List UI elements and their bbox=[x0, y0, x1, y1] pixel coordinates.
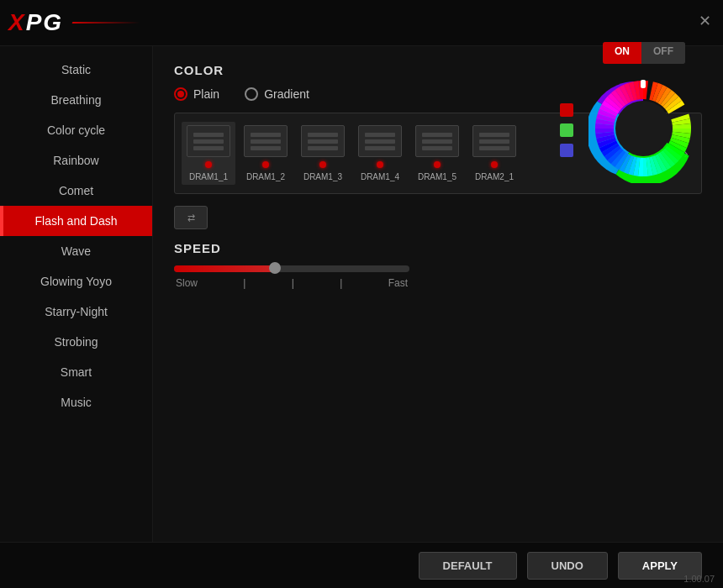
logo-decoration bbox=[72, 22, 140, 24]
dram-label-5: DRAM1_5 bbox=[418, 172, 456, 181]
dram-module-1[interactable]: DRAM1_1 bbox=[182, 122, 235, 185]
default-button[interactable]: DEFAULT bbox=[419, 552, 517, 580]
logo-text: XPG bbox=[8, 9, 63, 36]
svg-point-1 bbox=[615, 101, 671, 156]
color-wheel-wrapper bbox=[560, 74, 698, 186]
speed-fast-label: Fast bbox=[388, 277, 408, 289]
color-swatch-red[interactable] bbox=[560, 103, 573, 117]
sidebar-item-flash-and-dash[interactable]: Flash and Dash bbox=[0, 206, 152, 236]
sidebar-item-breathing[interactable]: Breathing bbox=[0, 85, 152, 115]
speed-tick3: | bbox=[340, 277, 342, 289]
dram-led-6 bbox=[491, 161, 498, 168]
dram-module-2[interactable]: DRAM1_2 bbox=[239, 122, 293, 185]
speed-tick1: | bbox=[243, 277, 245, 289]
dram-chip-6 bbox=[472, 125, 516, 157]
speed-slider-container: Slow | | | Fast bbox=[174, 265, 702, 289]
bottom-bar: DEFAULT UNDO APPLY bbox=[0, 542, 723, 588]
speed-track[interactable] bbox=[174, 265, 409, 272]
dram-module-4[interactable]: DRAM1_4 bbox=[353, 122, 407, 185]
toggle-on-button[interactable]: ON bbox=[603, 42, 641, 64]
dram-chip-5 bbox=[415, 125, 459, 157]
dram-chip-2 bbox=[244, 125, 288, 157]
speed-thumb[interactable] bbox=[269, 262, 281, 274]
speed-fill bbox=[174, 265, 275, 272]
dram-led-5 bbox=[434, 161, 441, 168]
color-wheel-container bbox=[560, 74, 698, 186]
speed-labels: Slow | | | Fast bbox=[174, 277, 409, 289]
power-toggle[interactable]: ON OFF bbox=[603, 42, 685, 64]
plain-label: Plain bbox=[193, 87, 219, 101]
dram-label-2: DRAM1_2 bbox=[246, 172, 285, 181]
speed-tick2: | bbox=[292, 277, 294, 289]
dram-led-3 bbox=[319, 161, 326, 168]
gradient-radio-circle bbox=[245, 87, 258, 101]
sidebar-item-rainbow[interactable]: Rainbow bbox=[0, 145, 152, 176]
undo-button[interactable]: UNDO bbox=[527, 552, 608, 580]
color-swatch-green[interactable] bbox=[560, 123, 573, 137]
dram-label-1: DRAM1_1 bbox=[189, 172, 228, 181]
dram-label-4: DRAM1_4 bbox=[361, 172, 399, 181]
sidebar: StaticBreathingColor cycleRainbowCometFl… bbox=[0, 46, 153, 580]
dram-chip-3 bbox=[301, 125, 345, 157]
sidebar-item-glowing-yoyo[interactable]: Glowing Yoyo bbox=[0, 266, 152, 297]
sidebar-item-comet[interactable]: Comet bbox=[0, 176, 152, 206]
speed-section: SPEED Slow | | | Fast bbox=[174, 241, 702, 289]
main-layout: StaticBreathingColor cycleRainbowCometFl… bbox=[0, 46, 723, 580]
sync-button[interactable]: ⇄ bbox=[174, 206, 208, 229]
dram-label-6: DRAM2_1 bbox=[475, 172, 514, 181]
svg-rect-2 bbox=[641, 80, 646, 88]
dram-chip-4 bbox=[358, 125, 402, 157]
dram-led-2 bbox=[262, 161, 269, 168]
dram-chip-1 bbox=[187, 125, 230, 157]
dram-module-6[interactable]: DRAM2_1 bbox=[467, 122, 521, 185]
dram-label-3: DRAM1_3 bbox=[303, 172, 342, 181]
plain-radio-circle bbox=[174, 87, 187, 101]
titlebar: XPG ✕ bbox=[0, 0, 723, 46]
version-text: 1.00.07 bbox=[683, 574, 715, 584]
sidebar-item-strobing[interactable]: Strobing bbox=[0, 327, 152, 357]
color-swatches bbox=[560, 103, 573, 157]
dram-module-3[interactable]: DRAM1_3 bbox=[296, 122, 350, 185]
sidebar-item-starry-night[interactable]: Starry-Night bbox=[0, 297, 152, 327]
gradient-label: Gradient bbox=[264, 87, 309, 101]
toggle-off-button[interactable]: OFF bbox=[641, 42, 685, 64]
speed-section-title: SPEED bbox=[174, 241, 702, 255]
color-wheel[interactable] bbox=[588, 74, 698, 186]
sidebar-item-smart[interactable]: Smart bbox=[0, 357, 152, 387]
dram-led-4 bbox=[377, 161, 383, 168]
gradient-radio[interactable]: Gradient bbox=[245, 87, 309, 101]
sidebar-item-static[interactable]: Static bbox=[0, 55, 152, 85]
speed-slow-label: Slow bbox=[176, 277, 198, 289]
plain-radio[interactable]: Plain bbox=[174, 87, 219, 101]
close-button[interactable]: ✕ bbox=[696, 13, 713, 29]
sidebar-item-music[interactable]: Music bbox=[0, 387, 152, 417]
sidebar-item-wave[interactable]: Wave bbox=[0, 236, 152, 266]
sidebar-item-color-cycle[interactable]: Color cycle bbox=[0, 115, 152, 145]
sync-icon: ⇄ bbox=[187, 213, 195, 223]
dram-module-5[interactable]: DRAM1_5 bbox=[410, 122, 464, 185]
color-swatch-blue[interactable] bbox=[560, 144, 573, 157]
dram-led-1 bbox=[205, 161, 212, 168]
app-logo: XPG bbox=[8, 9, 140, 36]
